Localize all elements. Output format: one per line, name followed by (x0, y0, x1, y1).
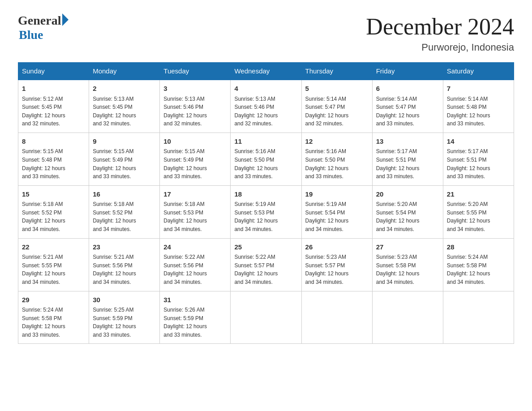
calendar-cell: 9Sunrise: 5:15 AMSunset: 5:49 PMDaylight… (89, 133, 160, 185)
day-number: 26 (305, 242, 369, 253)
calendar-cell: 26Sunrise: 5:23 AMSunset: 5:57 PMDayligh… (301, 238, 372, 291)
day-info: Sunrise: 5:20 AMSunset: 5:55 PMDaylight:… (447, 200, 510, 233)
calendar-cell: 13Sunrise: 5:17 AMSunset: 5:51 PMDayligh… (372, 133, 443, 185)
day-info: Sunrise: 5:26 AMSunset: 5:59 PMDaylight:… (163, 306, 227, 339)
calendar-cell: 5Sunrise: 5:14 AMSunset: 5:47 PMDaylight… (301, 80, 372, 133)
day-number: 6 (376, 84, 439, 94)
day-number: 9 (93, 137, 156, 147)
day-number: 11 (234, 137, 297, 147)
calendar-cell: 17Sunrise: 5:18 AMSunset: 5:53 PMDayligh… (160, 185, 231, 238)
day-info: Sunrise: 5:21 AMSunset: 5:55 PMDaylight:… (22, 253, 85, 286)
day-number: 14 (447, 137, 510, 147)
day-number: 10 (163, 137, 227, 147)
calendar-header-tuesday: Tuesday (160, 63, 231, 80)
calendar-cell: 7Sunrise: 5:14 AMSunset: 5:48 PMDaylight… (443, 80, 514, 133)
day-info: Sunrise: 5:16 AMSunset: 5:50 PMDaylight:… (305, 147, 369, 180)
day-info: Sunrise: 5:14 AMSunset: 5:48 PMDaylight:… (447, 95, 510, 128)
day-info: Sunrise: 5:18 AMSunset: 5:52 PMDaylight:… (93, 200, 156, 233)
day-info: Sunrise: 5:23 AMSunset: 5:57 PMDaylight:… (305, 253, 369, 286)
calendar-cell: 18Sunrise: 5:19 AMSunset: 5:53 PMDayligh… (231, 185, 301, 238)
day-number: 20 (376, 189, 439, 200)
day-info: Sunrise: 5:25 AMSunset: 5:59 PMDaylight:… (93, 306, 156, 339)
calendar-header-row: SundayMondayTuesdayWednesdayThursdayFrid… (18, 63, 514, 80)
day-info: Sunrise: 5:19 AMSunset: 5:54 PMDaylight:… (305, 200, 369, 233)
calendar-cell (231, 291, 301, 344)
calendar-cell: 27Sunrise: 5:23 AMSunset: 5:58 PMDayligh… (372, 238, 443, 291)
calendar-week-row: 22Sunrise: 5:21 AMSunset: 5:55 PMDayligh… (18, 238, 514, 291)
day-number: 24 (163, 242, 227, 253)
day-number: 31 (163, 295, 227, 305)
logo-arrow-icon (62, 13, 69, 26)
calendar-cell: 14Sunrise: 5:17 AMSunset: 5:51 PMDayligh… (443, 133, 514, 185)
day-info: Sunrise: 5:15 AMSunset: 5:48 PMDaylight:… (22, 147, 85, 180)
day-number: 3 (163, 84, 227, 94)
calendar-cell: 23Sunrise: 5:21 AMSunset: 5:56 PMDayligh… (89, 238, 160, 291)
day-info: Sunrise: 5:17 AMSunset: 5:51 PMDaylight:… (447, 147, 510, 180)
day-number: 23 (93, 242, 156, 253)
calendar-cell: 21Sunrise: 5:20 AMSunset: 5:55 PMDayligh… (443, 185, 514, 238)
day-info: Sunrise: 5:15 AMSunset: 5:49 PMDaylight:… (163, 147, 227, 180)
calendar-cell: 3Sunrise: 5:13 AMSunset: 5:46 PMDaylight… (160, 80, 231, 133)
calendar-cell: 4Sunrise: 5:13 AMSunset: 5:46 PMDaylight… (231, 80, 301, 133)
calendar-cell: 8Sunrise: 5:15 AMSunset: 5:48 PMDaylight… (18, 133, 89, 185)
day-number: 22 (22, 242, 85, 253)
calendar-cell: 29Sunrise: 5:24 AMSunset: 5:58 PMDayligh… (18, 291, 89, 344)
day-number: 4 (234, 84, 297, 94)
day-number: 15 (22, 189, 85, 200)
calendar-cell: 1Sunrise: 5:12 AMSunset: 5:45 PMDaylight… (18, 80, 89, 133)
day-number: 5 (305, 84, 369, 94)
calendar-cell: 16Sunrise: 5:18 AMSunset: 5:52 PMDayligh… (89, 185, 160, 238)
calendar-header-thursday: Thursday (301, 63, 372, 80)
day-info: Sunrise: 5:23 AMSunset: 5:58 PMDaylight:… (376, 253, 439, 286)
day-number: 8 (22, 137, 85, 147)
day-number: 19 (305, 189, 369, 200)
calendar-header-saturday: Saturday (443, 63, 514, 80)
day-number: 12 (305, 137, 369, 147)
calendar-cell (301, 291, 372, 344)
calendar-cell: 2Sunrise: 5:13 AMSunset: 5:45 PMDaylight… (89, 80, 160, 133)
day-info: Sunrise: 5:13 AMSunset: 5:46 PMDaylight:… (163, 95, 227, 128)
location-label: Purworejo, Indonesia (366, 42, 514, 53)
calendar-cell: 28Sunrise: 5:24 AMSunset: 5:58 PMDayligh… (443, 238, 514, 291)
calendar-cell: 10Sunrise: 5:15 AMSunset: 5:49 PMDayligh… (160, 133, 231, 185)
day-number: 13 (376, 137, 439, 147)
day-info: Sunrise: 5:20 AMSunset: 5:54 PMDaylight:… (376, 200, 439, 233)
day-number: 27 (376, 242, 439, 253)
logo-blue-text: Blue (19, 28, 43, 42)
day-number: 2 (93, 84, 156, 94)
day-info: Sunrise: 5:13 AMSunset: 5:45 PMDaylight:… (93, 95, 156, 128)
day-info: Sunrise: 5:22 AMSunset: 5:57 PMDaylight:… (234, 253, 297, 286)
calendar-cell: 30Sunrise: 5:25 AMSunset: 5:59 PMDayligh… (89, 291, 160, 344)
calendar-cell: 11Sunrise: 5:16 AMSunset: 5:50 PMDayligh… (231, 133, 301, 185)
day-info: Sunrise: 5:14 AMSunset: 5:47 PMDaylight:… (305, 95, 369, 128)
page-header: General Blue December 2024 Purworejo, In… (18, 13, 514, 53)
day-info: Sunrise: 5:12 AMSunset: 5:45 PMDaylight:… (22, 95, 85, 128)
calendar-header-monday: Monday (89, 63, 160, 80)
day-info: Sunrise: 5:24 AMSunset: 5:58 PMDaylight:… (22, 306, 85, 339)
calendar-cell: 19Sunrise: 5:19 AMSunset: 5:54 PMDayligh… (301, 185, 372, 238)
calendar-week-row: 1Sunrise: 5:12 AMSunset: 5:45 PMDaylight… (18, 80, 514, 133)
calendar-cell: 24Sunrise: 5:22 AMSunset: 5:56 PMDayligh… (160, 238, 231, 291)
calendar-week-row: 15Sunrise: 5:18 AMSunset: 5:52 PMDayligh… (18, 185, 514, 238)
day-number: 28 (447, 242, 510, 253)
calendar-cell: 20Sunrise: 5:20 AMSunset: 5:54 PMDayligh… (372, 185, 443, 238)
day-info: Sunrise: 5:13 AMSunset: 5:46 PMDaylight:… (234, 95, 297, 128)
day-info: Sunrise: 5:18 AMSunset: 5:52 PMDaylight:… (22, 200, 85, 233)
calendar-week-row: 8Sunrise: 5:15 AMSunset: 5:48 PMDaylight… (18, 133, 514, 185)
logo: General Blue (18, 13, 69, 42)
day-number: 21 (447, 189, 510, 200)
day-info: Sunrise: 5:24 AMSunset: 5:58 PMDaylight:… (447, 253, 510, 286)
month-title: December 2024 (366, 13, 514, 40)
day-info: Sunrise: 5:16 AMSunset: 5:50 PMDaylight:… (234, 147, 297, 180)
calendar-header-friday: Friday (372, 63, 443, 80)
day-number: 17 (163, 189, 227, 200)
day-number: 30 (93, 295, 156, 305)
calendar-cell (372, 291, 443, 344)
day-number: 25 (234, 242, 297, 253)
calendar-header-sunday: Sunday (18, 63, 89, 80)
calendar-table: SundayMondayTuesdayWednesdayThursdayFrid… (18, 62, 514, 344)
logo-general-text: General (18, 13, 61, 28)
calendar-week-row: 29Sunrise: 5:24 AMSunset: 5:58 PMDayligh… (18, 291, 514, 344)
calendar-header-wednesday: Wednesday (231, 63, 301, 80)
day-number: 18 (234, 189, 297, 200)
